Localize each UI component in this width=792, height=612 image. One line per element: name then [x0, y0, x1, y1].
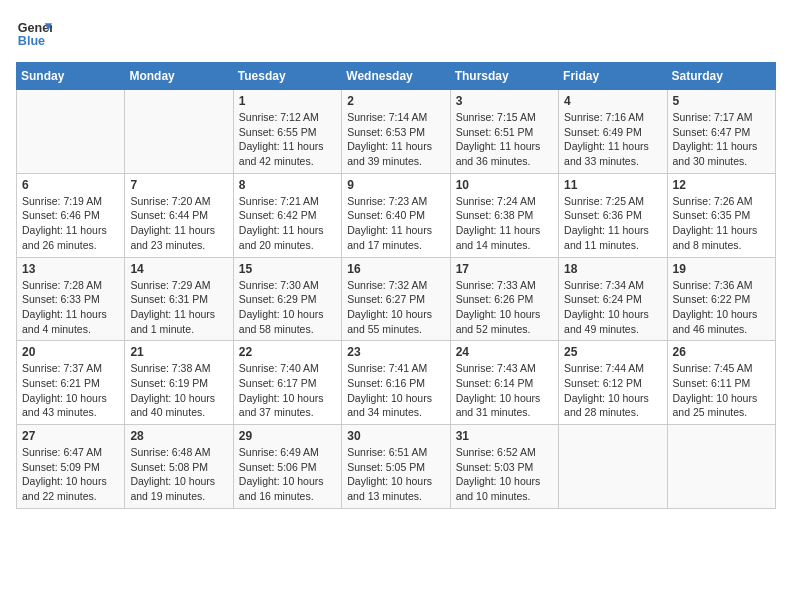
day-info: Sunrise: 6:51 AM Sunset: 5:05 PM Dayligh…	[347, 445, 444, 504]
calendar-cell: 10Sunrise: 7:24 AM Sunset: 6:38 PM Dayli…	[450, 173, 558, 257]
calendar-cell: 27Sunrise: 6:47 AM Sunset: 5:09 PM Dayli…	[17, 425, 125, 509]
day-info: Sunrise: 7:34 AM Sunset: 6:24 PM Dayligh…	[564, 278, 661, 337]
day-number: 8	[239, 178, 336, 192]
day-number: 16	[347, 262, 444, 276]
day-number: 29	[239, 429, 336, 443]
calendar-cell	[17, 90, 125, 174]
day-info: Sunrise: 7:30 AM Sunset: 6:29 PM Dayligh…	[239, 278, 336, 337]
day-number: 15	[239, 262, 336, 276]
calendar-cell: 30Sunrise: 6:51 AM Sunset: 5:05 PM Dayli…	[342, 425, 450, 509]
calendar-week-row: 20Sunrise: 7:37 AM Sunset: 6:21 PM Dayli…	[17, 341, 776, 425]
day-info: Sunrise: 7:33 AM Sunset: 6:26 PM Dayligh…	[456, 278, 553, 337]
day-info: Sunrise: 6:52 AM Sunset: 5:03 PM Dayligh…	[456, 445, 553, 504]
calendar-cell: 14Sunrise: 7:29 AM Sunset: 6:31 PM Dayli…	[125, 257, 233, 341]
day-number: 17	[456, 262, 553, 276]
calendar-header-row: SundayMondayTuesdayWednesdayThursdayFrid…	[17, 63, 776, 90]
day-info: Sunrise: 6:48 AM Sunset: 5:08 PM Dayligh…	[130, 445, 227, 504]
calendar-cell: 25Sunrise: 7:44 AM Sunset: 6:12 PM Dayli…	[559, 341, 667, 425]
calendar-cell: 29Sunrise: 6:49 AM Sunset: 5:06 PM Dayli…	[233, 425, 341, 509]
calendar-cell: 11Sunrise: 7:25 AM Sunset: 6:36 PM Dayli…	[559, 173, 667, 257]
day-info: Sunrise: 6:49 AM Sunset: 5:06 PM Dayligh…	[239, 445, 336, 504]
calendar-cell: 9Sunrise: 7:23 AM Sunset: 6:40 PM Daylig…	[342, 173, 450, 257]
calendar-cell: 8Sunrise: 7:21 AM Sunset: 6:42 PM Daylig…	[233, 173, 341, 257]
day-info: Sunrise: 6:47 AM Sunset: 5:09 PM Dayligh…	[22, 445, 119, 504]
calendar-cell: 31Sunrise: 6:52 AM Sunset: 5:03 PM Dayli…	[450, 425, 558, 509]
calendar-table: SundayMondayTuesdayWednesdayThursdayFrid…	[16, 62, 776, 509]
day-number: 1	[239, 94, 336, 108]
day-info: Sunrise: 7:14 AM Sunset: 6:53 PM Dayligh…	[347, 110, 444, 169]
day-info: Sunrise: 7:20 AM Sunset: 6:44 PM Dayligh…	[130, 194, 227, 253]
day-info: Sunrise: 7:37 AM Sunset: 6:21 PM Dayligh…	[22, 361, 119, 420]
day-info: Sunrise: 7:25 AM Sunset: 6:36 PM Dayligh…	[564, 194, 661, 253]
calendar-cell: 4Sunrise: 7:16 AM Sunset: 6:49 PM Daylig…	[559, 90, 667, 174]
day-number: 10	[456, 178, 553, 192]
col-header-monday: Monday	[125, 63, 233, 90]
day-number: 31	[456, 429, 553, 443]
day-number: 7	[130, 178, 227, 192]
calendar-week-row: 27Sunrise: 6:47 AM Sunset: 5:09 PM Dayli…	[17, 425, 776, 509]
calendar-cell: 23Sunrise: 7:41 AM Sunset: 6:16 PM Dayli…	[342, 341, 450, 425]
calendar-cell: 17Sunrise: 7:33 AM Sunset: 6:26 PM Dayli…	[450, 257, 558, 341]
calendar-cell: 1Sunrise: 7:12 AM Sunset: 6:55 PM Daylig…	[233, 90, 341, 174]
day-number: 23	[347, 345, 444, 359]
day-info: Sunrise: 7:40 AM Sunset: 6:17 PM Dayligh…	[239, 361, 336, 420]
calendar-cell	[125, 90, 233, 174]
day-info: Sunrise: 7:16 AM Sunset: 6:49 PM Dayligh…	[564, 110, 661, 169]
day-info: Sunrise: 7:38 AM Sunset: 6:19 PM Dayligh…	[130, 361, 227, 420]
day-info: Sunrise: 7:23 AM Sunset: 6:40 PM Dayligh…	[347, 194, 444, 253]
col-header-saturday: Saturday	[667, 63, 775, 90]
day-number: 27	[22, 429, 119, 443]
calendar-cell: 21Sunrise: 7:38 AM Sunset: 6:19 PM Dayli…	[125, 341, 233, 425]
page-header: General Blue	[16, 16, 776, 52]
calendar-cell	[559, 425, 667, 509]
calendar-cell: 2Sunrise: 7:14 AM Sunset: 6:53 PM Daylig…	[342, 90, 450, 174]
day-number: 18	[564, 262, 661, 276]
day-number: 2	[347, 94, 444, 108]
day-info: Sunrise: 7:12 AM Sunset: 6:55 PM Dayligh…	[239, 110, 336, 169]
day-number: 20	[22, 345, 119, 359]
day-number: 30	[347, 429, 444, 443]
day-info: Sunrise: 7:17 AM Sunset: 6:47 PM Dayligh…	[673, 110, 770, 169]
calendar-cell: 18Sunrise: 7:34 AM Sunset: 6:24 PM Dayli…	[559, 257, 667, 341]
day-number: 24	[456, 345, 553, 359]
calendar-cell: 12Sunrise: 7:26 AM Sunset: 6:35 PM Dayli…	[667, 173, 775, 257]
logo-icon: General Blue	[16, 16, 52, 52]
day-number: 6	[22, 178, 119, 192]
calendar-cell: 7Sunrise: 7:20 AM Sunset: 6:44 PM Daylig…	[125, 173, 233, 257]
day-number: 5	[673, 94, 770, 108]
day-number: 11	[564, 178, 661, 192]
calendar-cell: 19Sunrise: 7:36 AM Sunset: 6:22 PM Dayli…	[667, 257, 775, 341]
calendar-cell: 20Sunrise: 7:37 AM Sunset: 6:21 PM Dayli…	[17, 341, 125, 425]
logo: General Blue	[16, 16, 52, 52]
calendar-cell: 24Sunrise: 7:43 AM Sunset: 6:14 PM Dayli…	[450, 341, 558, 425]
calendar-cell: 13Sunrise: 7:28 AM Sunset: 6:33 PM Dayli…	[17, 257, 125, 341]
day-number: 28	[130, 429, 227, 443]
day-number: 4	[564, 94, 661, 108]
day-number: 14	[130, 262, 227, 276]
calendar-cell: 22Sunrise: 7:40 AM Sunset: 6:17 PM Dayli…	[233, 341, 341, 425]
day-info: Sunrise: 7:41 AM Sunset: 6:16 PM Dayligh…	[347, 361, 444, 420]
day-number: 25	[564, 345, 661, 359]
col-header-tuesday: Tuesday	[233, 63, 341, 90]
day-info: Sunrise: 7:32 AM Sunset: 6:27 PM Dayligh…	[347, 278, 444, 337]
day-number: 3	[456, 94, 553, 108]
day-info: Sunrise: 7:19 AM Sunset: 6:46 PM Dayligh…	[22, 194, 119, 253]
day-number: 19	[673, 262, 770, 276]
day-number: 21	[130, 345, 227, 359]
calendar-week-row: 6Sunrise: 7:19 AM Sunset: 6:46 PM Daylig…	[17, 173, 776, 257]
col-header-sunday: Sunday	[17, 63, 125, 90]
calendar-cell: 16Sunrise: 7:32 AM Sunset: 6:27 PM Dayli…	[342, 257, 450, 341]
day-number: 9	[347, 178, 444, 192]
col-header-thursday: Thursday	[450, 63, 558, 90]
day-info: Sunrise: 7:15 AM Sunset: 6:51 PM Dayligh…	[456, 110, 553, 169]
day-info: Sunrise: 7:28 AM Sunset: 6:33 PM Dayligh…	[22, 278, 119, 337]
day-info: Sunrise: 7:24 AM Sunset: 6:38 PM Dayligh…	[456, 194, 553, 253]
calendar-week-row: 1Sunrise: 7:12 AM Sunset: 6:55 PM Daylig…	[17, 90, 776, 174]
col-header-friday: Friday	[559, 63, 667, 90]
day-number: 12	[673, 178, 770, 192]
day-info: Sunrise: 7:45 AM Sunset: 6:11 PM Dayligh…	[673, 361, 770, 420]
calendar-cell: 5Sunrise: 7:17 AM Sunset: 6:47 PM Daylig…	[667, 90, 775, 174]
calendar-cell: 3Sunrise: 7:15 AM Sunset: 6:51 PM Daylig…	[450, 90, 558, 174]
day-info: Sunrise: 7:36 AM Sunset: 6:22 PM Dayligh…	[673, 278, 770, 337]
calendar-cell: 26Sunrise: 7:45 AM Sunset: 6:11 PM Dayli…	[667, 341, 775, 425]
